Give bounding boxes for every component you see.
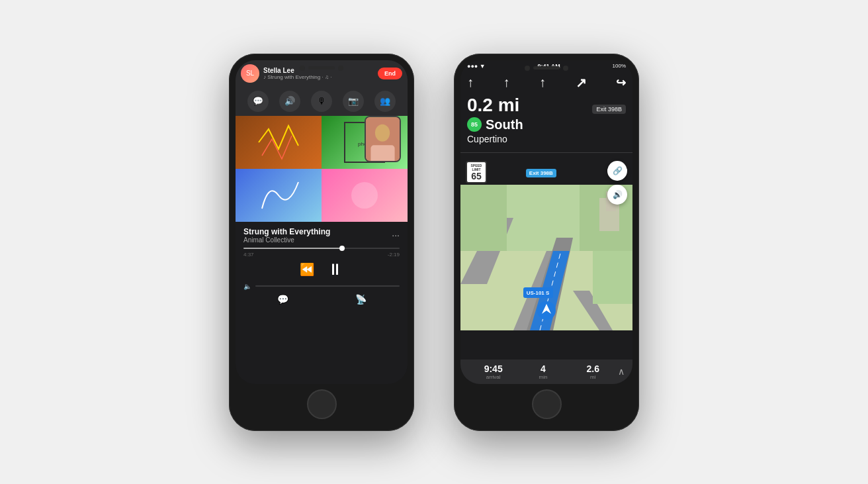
signal-indicator: ●●● ▼	[467, 63, 486, 70]
arrow-2: ↑	[503, 75, 510, 90]
nav-header: ↑ ↑ ↑ ↗ ↪ 0.2 mi Exit 398B 85 South Cupe…	[460, 71, 632, 150]
minutes-label: min	[518, 374, 568, 380]
camera-dot-map-2	[563, 66, 568, 71]
message-button[interactable]: 💬	[247, 91, 269, 112]
distance-display: 0.2 mi	[467, 95, 519, 116]
road-direction: South	[486, 117, 523, 132]
speed-limit-sign: SPEEDLIMIT 65	[466, 161, 487, 183]
collage-cell-4	[322, 169, 408, 222]
speaker-slit	[308, 66, 335, 70]
divider	[460, 152, 632, 153]
video-call-thumbnail	[365, 116, 401, 162]
camera-dot-2	[338, 66, 343, 71]
battery-text: 100%	[613, 63, 626, 69]
highway-badge: 85	[467, 117, 482, 132]
collage-cell-1	[236, 116, 322, 169]
svg-point-2	[351, 182, 378, 209]
miles-label: mi	[568, 374, 618, 380]
battery-indicator: 100%	[613, 63, 626, 69]
speaker-slit-map	[533, 66, 560, 70]
arrow-3: ↑	[539, 75, 546, 90]
arrow-1: ↑	[467, 75, 474, 90]
road-destination: Cupertino	[467, 134, 626, 144]
end-call-button[interactable]: End	[378, 68, 402, 79]
svg-rect-14	[460, 185, 507, 251]
arrival-time: 9:45	[468, 363, 518, 374]
svg-rect-5	[370, 145, 394, 161]
mic-button[interactable]: 🎙	[311, 91, 332, 112]
airplay-button[interactable]: 📡	[355, 294, 367, 305]
exit-sign-map: Exit 398B	[526, 169, 556, 177]
facetime-bar: SL Stella Lee ♪ Strung with Everything ·…	[236, 60, 408, 87]
road-info: 85 South	[467, 117, 626, 132]
expand-button[interactable]: ∧	[618, 366, 625, 377]
svg-point-4	[375, 124, 390, 141]
exit-badge: Exit 398B	[592, 105, 626, 114]
share-location-button[interactable]: 🔗	[607, 161, 627, 181]
sound-button[interactable]: 🔊	[607, 185, 627, 205]
rewind-button[interactable]: ⏪	[300, 262, 314, 277]
song-title: Strung with Everything	[243, 227, 330, 236]
phone-top-bar-map	[525, 66, 568, 71]
bottom-controls: 💬 📡	[236, 291, 408, 307]
volume-bar[interactable]	[255, 285, 400, 287]
album-art: photo	[236, 116, 408, 222]
player-controls: ⏪ ⏸	[236, 258, 408, 281]
arrival-item: 9:45 arrival	[468, 363, 518, 380]
map-overlay-buttons: 🔗 🔊	[607, 161, 627, 205]
arrival-label: arrival	[468, 374, 518, 380]
phone-top-bar-music	[300, 66, 343, 71]
home-button-map[interactable]	[532, 389, 562, 419]
time-row: 4:37 -2:19	[236, 252, 408, 258]
artist-name: Animal Collective	[243, 236, 330, 244]
camera-button[interactable]: 📷	[343, 91, 364, 112]
speed-limit-value: 65	[468, 171, 484, 181]
speed-limit-label: SPEEDLIMIT	[468, 164, 484, 171]
more-button[interactable]: ···	[392, 230, 400, 240]
music-info: Strung with Everything Animal Collective…	[236, 222, 408, 246]
time-elapsed: 4:37	[243, 252, 254, 258]
shareplay-button[interactable]: 👥	[374, 91, 396, 112]
minutes-item: 4 min	[518, 363, 568, 380]
music-phone: SL Stella Lee ♪ Strung with Everything ·…	[229, 54, 414, 431]
eta-bar: 9:45 arrival 4 min 2.6 mi ∧	[460, 360, 632, 384]
map-svg: US-101 S	[460, 156, 632, 360]
svg-rect-16	[593, 251, 632, 304]
song-info: Strung with Everything Animal Collective	[243, 227, 330, 244]
caller-song: ♪ Strung with Everything · ♫ ·	[263, 74, 374, 80]
progress-bar[interactable]	[243, 248, 400, 249]
speaker-button[interactable]: 🔊	[279, 91, 300, 112]
camera-dot-map	[525, 66, 530, 71]
progress-fill	[243, 248, 345, 249]
miles-value: 2.6	[568, 363, 618, 374]
music-screen: SL Stella Lee ♪ Strung with Everything ·…	[236, 60, 408, 384]
home-button-music[interactable]	[307, 389, 337, 419]
collage-cell-3	[236, 169, 322, 222]
arrow-5: ↪	[616, 75, 626, 90]
lyrics-button[interactable]: 💬	[277, 294, 288, 305]
map-screen: ●●● ▼ 9:41 AM 100% ↑ ↑ ↑ ↗ ↪ 0.2 mi Exit…	[460, 60, 632, 384]
avatar: SL	[241, 64, 259, 83]
facetime-controls: 💬 🔊 🎙 📷 👥	[236, 87, 408, 116]
pause-button[interactable]: ⏸	[327, 260, 343, 279]
camera-dot	[300, 66, 305, 71]
progress-dot	[339, 246, 345, 251]
direction-arrows: ↑ ↑ ↑ ↗ ↪	[467, 75, 626, 91]
time-remaining: -2:19	[388, 252, 400, 258]
volume-low-icon: 🔈	[243, 283, 251, 290]
volume-row: 🔈	[236, 281, 408, 291]
map-phone: ●●● ▼ 9:41 AM 100% ↑ ↑ ↑ ↗ ↪ 0.2 mi Exit…	[454, 54, 639, 431]
svg-text:US-101 S: US-101 S	[527, 290, 550, 296]
map-area[interactable]: US-101 S SPEEDLIMIT 65 Exit 398B 🔗 🔊	[460, 156, 632, 360]
minutes-value: 4	[518, 363, 568, 374]
miles-item: 2.6 mi	[568, 363, 618, 380]
arrow-4: ↗	[576, 75, 587, 91]
distance-row: 0.2 mi Exit 398B	[467, 95, 626, 116]
